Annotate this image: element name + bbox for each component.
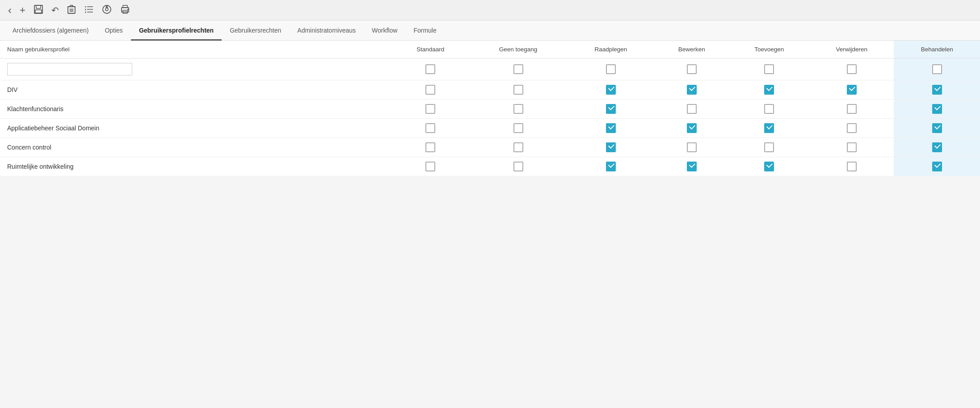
tab-formule[interactable]: Formule <box>405 21 444 41</box>
checkbox-behandelen-0[interactable] <box>932 85 942 95</box>
new-row-bewerken-checkbox[interactable] <box>687 64 697 74</box>
row-bewerken-2 <box>654 119 729 138</box>
tab-administratorniveaus[interactable]: Administratorniveaus <box>289 21 364 41</box>
checkbox-toevoegen-4[interactable] <box>764 162 774 171</box>
checkbox-verwijderen-2[interactable] <box>847 123 857 133</box>
col-header-raadplegen: Raadplegen <box>568 41 654 58</box>
checkbox-raadplegen-0[interactable] <box>606 85 616 95</box>
table-row: Concern control <box>0 138 980 157</box>
new-profile-input[interactable] <box>7 63 132 75</box>
row-toevoegen-4 <box>729 157 809 176</box>
row-naam-3: Concern control <box>0 138 392 157</box>
row-bewerken-0 <box>654 80 729 100</box>
tab-archiefdossiers[interactable]: Archiefdossiers (algemeen) <box>4 21 97 41</box>
row-naam-4: Ruimtelijke ontwikkeling <box>0 157 392 176</box>
row-raadplegen-0 <box>568 80 654 100</box>
row-bewerken-3 <box>654 138 729 157</box>
checkbox-bewerken-3[interactable] <box>687 142 697 152</box>
checkbox-geen-toegang-3[interactable] <box>513 142 523 152</box>
row-raadplegen-4 <box>568 157 654 176</box>
checkbox-behandelen-1[interactable] <box>932 104 942 114</box>
checkbox-bewerken-4[interactable] <box>687 162 697 171</box>
svg-rect-1 <box>36 5 41 8</box>
checkbox-standaard-3[interactable] <box>425 142 435 152</box>
table-row: DIV <box>0 80 980 100</box>
checkbox-standaard-1[interactable] <box>425 104 435 114</box>
back-icon[interactable]: ‹ <box>8 5 12 16</box>
col-header-naam: Naam gebruikersprofiel <box>0 41 392 58</box>
delete-icon[interactable] <box>67 4 76 16</box>
row-standaard-0 <box>392 80 469 100</box>
new-row-verwijderen-checkbox[interactable] <box>847 64 857 74</box>
checkbox-toevoegen-2[interactable] <box>764 123 774 133</box>
row-geen-toegang-3 <box>469 138 568 157</box>
new-row-geen-toegang-checkbox[interactable] <box>513 64 523 74</box>
checkbox-behandelen-2[interactable] <box>932 123 942 133</box>
table-row: Applicatiebeheer Sociaal Domein <box>0 119 980 138</box>
table-row: Ruimtelijke ontwikkeling <box>0 157 980 176</box>
row-verwijderen-1 <box>809 100 894 119</box>
col-header-toevoegen: Toevoegen <box>729 41 809 58</box>
checkbox-bewerken-1[interactable] <box>687 104 697 114</box>
new-row-toevoegen <box>729 58 809 80</box>
new-row-bewerken <box>654 58 729 80</box>
row-raadplegen-2 <box>568 119 654 138</box>
col-header-standaard: Standaard <box>392 41 469 58</box>
checkbox-behandelen-3[interactable] <box>932 142 942 152</box>
tab-workflow[interactable]: Workflow <box>364 21 405 41</box>
row-geen-toegang-1 <box>469 100 568 119</box>
checkbox-raadplegen-2[interactable] <box>606 123 616 133</box>
row-standaard-4 <box>392 157 469 176</box>
checkbox-standaard-4[interactable] <box>425 162 435 171</box>
checkbox-bewerken-0[interactable] <box>687 85 697 95</box>
checkbox-behandelen-4[interactable] <box>932 162 942 171</box>
list-icon[interactable]: 1 2 3 <box>84 4 94 16</box>
checkbox-standaard-2[interactable] <box>425 123 435 133</box>
row-geen-toegang-0 <box>469 80 568 100</box>
row-naam-2: Applicatiebeheer Sociaal Domein <box>0 119 392 138</box>
row-verwijderen-0 <box>809 80 894 100</box>
checkbox-geen-toegang-2[interactable] <box>513 123 523 133</box>
permissions-table: Naam gebruikersprofiel Standaard Geen to… <box>0 41 980 176</box>
new-row-name-cell <box>0 58 392 80</box>
row-toevoegen-2 <box>729 119 809 138</box>
row-bewerken-4 <box>654 157 729 176</box>
checkbox-geen-toegang-1[interactable] <box>513 104 523 114</box>
svg-rect-2 <box>35 10 42 13</box>
checkbox-verwijderen-4[interactable] <box>847 162 857 171</box>
col-header-verwijderen: Verwijderen <box>809 41 894 58</box>
checkbox-toevoegen-0[interactable] <box>764 85 774 95</box>
export-icon[interactable] <box>102 4 112 16</box>
row-standaard-1 <box>392 100 469 119</box>
tab-gebruikersrechten[interactable]: Gebruikersrechten <box>222 21 289 41</box>
print-icon[interactable] <box>120 4 130 16</box>
checkbox-raadplegen-4[interactable] <box>606 162 616 171</box>
new-row <box>0 58 980 80</box>
new-row-standaard-checkbox[interactable] <box>425 64 435 74</box>
add-icon[interactable]: + <box>20 5 25 15</box>
row-verwijderen-2 <box>809 119 894 138</box>
new-row-behandelen-checkbox[interactable] <box>932 64 942 74</box>
checkbox-geen-toegang-4[interactable] <box>513 162 523 171</box>
main-content: Naam gebruikersprofiel Standaard Geen to… <box>0 41 980 176</box>
tab-gebruikersprofielrechten[interactable]: Gebruikersprofielrechten <box>131 21 222 41</box>
save-icon[interactable] <box>34 4 43 16</box>
tabs-bar: Archiefdossiers (algemeen) Opties Gebrui… <box>0 21 980 41</box>
checkbox-raadplegen-3[interactable] <box>606 142 616 152</box>
svg-point-21 <box>105 8 108 11</box>
checkbox-raadplegen-1[interactable] <box>606 104 616 114</box>
new-row-toevoegen-checkbox[interactable] <box>764 64 774 74</box>
checkbox-verwijderen-0[interactable] <box>847 85 857 95</box>
undo-icon[interactable]: ↶ <box>51 6 59 15</box>
checkbox-geen-toegang-0[interactable] <box>513 85 523 95</box>
checkbox-toevoegen-3[interactable] <box>764 142 774 152</box>
new-row-raadplegen-checkbox[interactable] <box>606 64 616 74</box>
checkbox-toevoegen-1[interactable] <box>764 104 774 114</box>
checkbox-bewerken-2[interactable] <box>687 123 697 133</box>
row-geen-toegang-4 <box>469 157 568 176</box>
table-row: Klachtenfunctionaris <box>0 100 980 119</box>
tab-opties[interactable]: Opties <box>97 21 130 41</box>
checkbox-verwijderen-3[interactable] <box>847 142 857 152</box>
checkbox-verwijderen-1[interactable] <box>847 104 857 114</box>
checkbox-standaard-0[interactable] <box>425 85 435 95</box>
